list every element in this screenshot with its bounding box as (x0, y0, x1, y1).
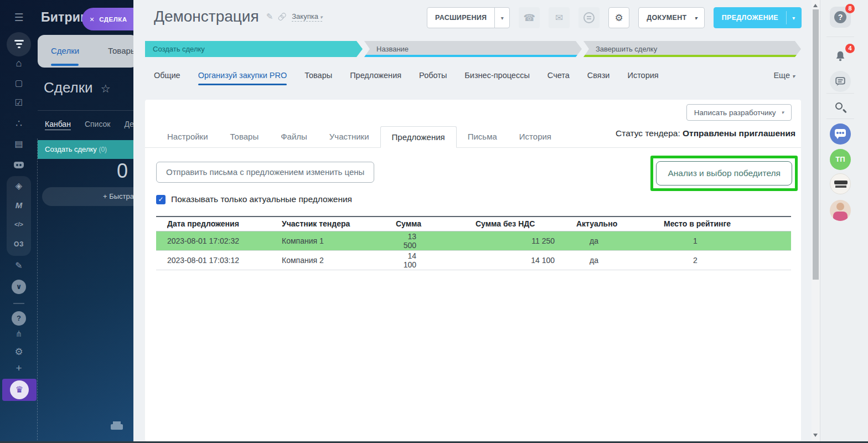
tab-offers[interactable]: Предложения (350, 71, 401, 80)
settings-icon[interactable] (0, 346, 38, 358)
tab-robots[interactable]: Роботы (419, 71, 447, 80)
extensions-caret-icon[interactable] (495, 15, 509, 21)
cube-icon[interactable] (7, 181, 31, 191)
deal-tabs: Общие Организуй закупки PRO Товары Предл… (154, 71, 795, 80)
gear-icon (615, 12, 624, 24)
checkbox-checked-icon[interactable] (156, 195, 166, 204)
avatar-photo[interactable] (830, 200, 851, 221)
deal-chip[interactable]: СДЕЛКА (82, 8, 133, 30)
category-selector[interactable]: Закупка (292, 12, 322, 22)
link-icon[interactable] (277, 11, 288, 22)
printer-icon[interactable] (111, 421, 123, 431)
tab-more[interactable]: Еще (773, 71, 795, 80)
actual-offers-filter[interactable]: Показывать только актуальные предложения (156, 194, 352, 204)
offer-button[interactable]: ПРЕДЛОЖЕНИЕ (714, 7, 802, 28)
kanban-column-total: 0 (38, 159, 128, 183)
tender-tab-letters[interactable]: Письма (457, 126, 508, 148)
stage-create-deal[interactable]: Создать сделку (145, 41, 363, 57)
avatar-tp[interactable]: ТП (830, 149, 851, 170)
favorite-star-icon[interactable] (101, 82, 111, 95)
crm-funnel-icon[interactable] (7, 32, 31, 56)
quick-deal-button[interactable]: + Быстра (42, 187, 133, 206)
tasks-icon[interactable] (0, 97, 38, 108)
tender-tab-settings[interactable]: Настройки (156, 126, 219, 148)
table-header-row: Дата предложения Участник тендера Сумма … (156, 217, 791, 231)
tab-history[interactable]: История (627, 71, 658, 80)
rail-divider (826, 119, 854, 119)
tender-tab-offers[interactable]: Предложения (380, 126, 457, 148)
pipeline-stage-bar: Создать сделку Название Завершить сделку (145, 41, 801, 57)
scrollbar-thumb[interactable] (813, 9, 819, 280)
invoice-button[interactable] (578, 7, 600, 28)
tab-relations[interactable]: Связи (587, 71, 610, 80)
tab-invoices[interactable]: Счета (547, 71, 570, 80)
document-caret-icon (694, 15, 704, 21)
toolbar: РАСШИРЕНИЯ ДОКУМЕНТ ПРЕДЛОЖЕНИЕ (427, 7, 802, 28)
deals-page-title: Сделки (44, 79, 93, 96)
scroll-up-icon[interactable] (813, 4, 818, 7)
search-icon[interactable] (830, 97, 851, 119)
extensions-button[interactable]: РАСШИРЕНИЯ (427, 7, 510, 28)
offer-caret-icon[interactable] (787, 15, 801, 21)
help-button[interactable]: 8 (830, 7, 851, 28)
contact-card-icon[interactable] (0, 138, 38, 149)
sign-icon[interactable] (0, 260, 38, 271)
sites-icon[interactable] (0, 78, 38, 88)
chat-bubble-icon (835, 129, 846, 137)
sidebar-tab-products[interactable]: Товары (108, 46, 133, 55)
network-icon[interactable] (0, 117, 38, 130)
robot-icon[interactable] (14, 162, 24, 168)
view-tab-more[interactable]: Де (124, 120, 133, 130)
menu-icon[interactable] (0, 11, 38, 24)
oz-icon[interactable]: ОЗ (7, 240, 31, 248)
tender-tab-files[interactable]: Файлы (270, 126, 318, 148)
mail-button[interactable] (549, 7, 570, 28)
settings-button[interactable] (608, 7, 629, 28)
tender-tab-participants[interactable]: Участники (318, 126, 380, 148)
tender-tab-history[interactable]: История (508, 126, 562, 148)
table-row[interactable]: 2023-08-01 17:02:32 Компания 1 13 500 11… (156, 231, 791, 250)
tender-status: Статус тендера: Отправлены приглашения (616, 128, 795, 138)
kanban-column-header[interactable]: Создать сделку (0) (38, 140, 133, 159)
mail-icon (555, 12, 564, 24)
scrollbar[interactable] (812, 0, 820, 441)
stage-finish-deal[interactable]: Завершить сделку (583, 41, 801, 57)
help-icon[interactable] (12, 311, 26, 326)
group-chat-avatar[interactable] (830, 123, 851, 145)
chevron-down-icon[interactable] (12, 280, 26, 294)
rail-divider (13, 303, 24, 304)
entity-tabs-panel: Сделки Товары (38, 35, 133, 68)
tab-products[interactable]: Товары (304, 71, 332, 80)
add-icon[interactable] (0, 362, 38, 374)
notifications-bell-icon[interactable]: 4 (830, 47, 851, 68)
view-tab-kanban[interactable]: Канбан (45, 120, 71, 130)
scroll-down-icon[interactable] (813, 434, 818, 437)
write-developer-button[interactable]: Написать разработчику (686, 104, 792, 121)
highlight-box: Анализ и выбор победителя (650, 156, 798, 191)
document-button[interactable]: ДОКУМЕНТ (638, 7, 705, 28)
company-icon[interactable] (0, 58, 38, 69)
structure-icon[interactable] (0, 329, 38, 339)
page-title: Демонстрация (154, 8, 259, 25)
subscription-crown-icon[interactable] (2, 379, 37, 401)
stage-name[interactable]: Название (364, 41, 582, 57)
market-icon[interactable]: M (7, 200, 31, 210)
analyze-winner-button[interactable]: Анализ и выбор победителя (656, 161, 792, 186)
tender-tab-products[interactable]: Товары (219, 126, 270, 148)
tab-organize-purchases-pro[interactable]: Организуй закупки PRO (198, 71, 287, 80)
invoice-icon (583, 12, 595, 23)
close-icon[interactable] (90, 15, 94, 24)
sidebar-tab-deals[interactable]: Сделки (51, 46, 79, 55)
send-letters-button[interactable]: Отправить письма с предложением изменить… (156, 162, 374, 183)
tab-general[interactable]: Общие (154, 71, 180, 80)
divider (38, 110, 133, 111)
tab-business-processes[interactable]: Бизнес-процессы (464, 71, 530, 80)
table-row[interactable]: 2023-08-01 17:03:12 Компания 2 14 100 14… (156, 250, 791, 270)
avatar-logo[interactable] (830, 173, 851, 194)
notifications-badge: 4 (845, 44, 855, 53)
chat-icon[interactable] (830, 71, 851, 92)
phone-button[interactable] (519, 7, 540, 28)
view-tab-list[interactable]: Список (85, 120, 111, 130)
edit-title-icon[interactable] (266, 12, 273, 22)
code-icon[interactable]: </> (7, 221, 31, 228)
